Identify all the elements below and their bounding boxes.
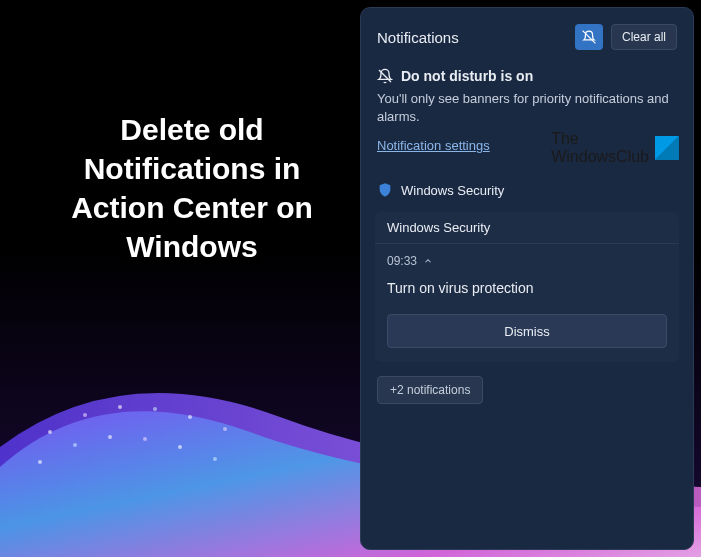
notification-center-panel: Notifications Clear all Do not disturb i… bbox=[360, 7, 694, 550]
svg-point-9 bbox=[143, 437, 147, 441]
shield-icon bbox=[377, 182, 393, 198]
app-group-header: Windows Security bbox=[377, 182, 677, 198]
svg-point-6 bbox=[38, 460, 42, 464]
svg-point-10 bbox=[178, 445, 182, 449]
svg-point-4 bbox=[188, 415, 192, 419]
watermark: The WindowsClub bbox=[551, 130, 679, 165]
header-actions: Clear all bbox=[575, 24, 677, 50]
notification-time: 09:33 bbox=[387, 254, 417, 268]
svg-point-0 bbox=[48, 430, 52, 434]
svg-point-3 bbox=[153, 407, 157, 411]
dnd-description: You'll only see banners for priority not… bbox=[377, 90, 677, 126]
more-notifications-button[interactable]: +2 notifications bbox=[377, 376, 483, 404]
article-title: Delete old Notifications in Action Cente… bbox=[52, 110, 332, 266]
notification-source: Windows Security bbox=[375, 212, 679, 244]
svg-point-1 bbox=[83, 413, 87, 417]
bell-off-icon bbox=[377, 68, 393, 84]
clear-all-button[interactable]: Clear all bbox=[611, 24, 677, 50]
panel-header: Notifications Clear all bbox=[377, 24, 677, 50]
svg-point-7 bbox=[73, 443, 77, 447]
dismiss-button[interactable]: Dismiss bbox=[387, 314, 667, 348]
watermark-logo bbox=[655, 136, 679, 160]
dnd-toggle-button[interactable] bbox=[575, 24, 603, 50]
watermark-line1: The bbox=[551, 130, 649, 148]
svg-point-11 bbox=[213, 457, 217, 461]
notification-card[interactable]: Windows Security 09:33 Turn on virus pro… bbox=[375, 212, 679, 362]
svg-point-2 bbox=[118, 405, 122, 409]
panel-title: Notifications bbox=[377, 29, 459, 46]
watermark-line2: WindowsClub bbox=[551, 148, 649, 166]
svg-point-5 bbox=[223, 427, 227, 431]
svg-point-8 bbox=[108, 435, 112, 439]
bell-sleep-icon bbox=[582, 30, 596, 44]
chevron-up-icon bbox=[423, 256, 433, 266]
notification-title: Turn on virus protection bbox=[387, 280, 667, 296]
watermark-text: The WindowsClub bbox=[551, 130, 649, 165]
app-name: Windows Security bbox=[401, 183, 504, 198]
notification-time-row[interactable]: 09:33 bbox=[387, 254, 667, 268]
dnd-title: Do not disturb is on bbox=[401, 68, 533, 84]
notification-settings-link[interactable]: Notification settings bbox=[377, 138, 490, 153]
